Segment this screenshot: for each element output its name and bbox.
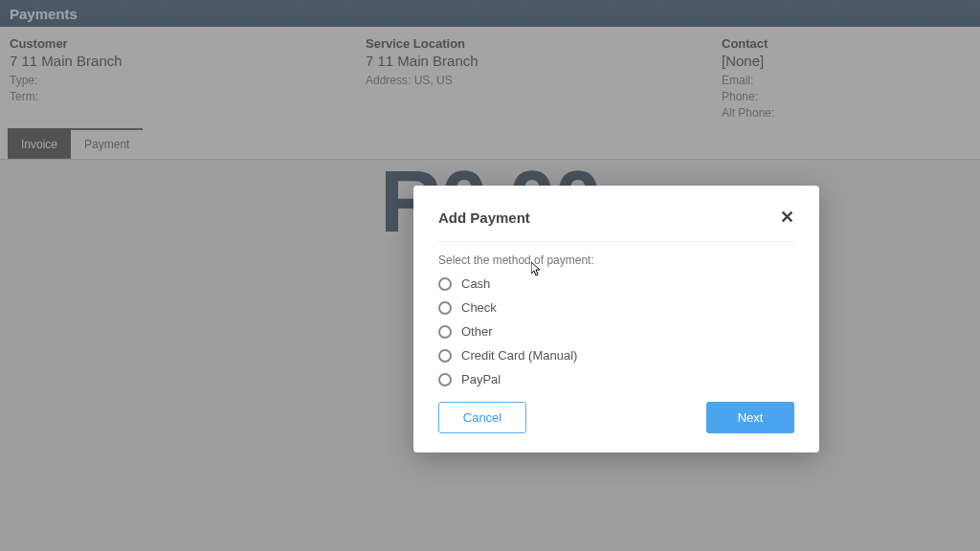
radio-icon <box>438 301 452 315</box>
option-label: Cash <box>461 276 490 291</box>
radio-icon <box>438 277 452 291</box>
payment-method-options: Cash Check Other Credit Card (Manual) Pa… <box>438 276 794 386</box>
add-payment-modal: Add Payment ✕ Select the method of payme… <box>413 186 819 452</box>
radio-icon <box>438 325 452 339</box>
option-other[interactable]: Other <box>438 324 794 339</box>
option-label: Credit Card (Manual) <box>461 348 577 363</box>
option-label: Other <box>461 324 493 339</box>
cancel-button[interactable]: Cancel <box>438 402 526 433</box>
radio-icon <box>438 373 452 386</box>
option-credit-card-manual[interactable]: Credit Card (Manual) <box>438 348 794 363</box>
modal-title: Add Payment <box>438 209 530 226</box>
radio-icon <box>438 349 452 363</box>
option-cash[interactable]: Cash <box>438 276 794 291</box>
option-check[interactable]: Check <box>438 300 794 315</box>
modal-subtitle: Select the method of payment: <box>438 253 794 267</box>
modal-header: Add Payment ✕ <box>438 207 794 242</box>
option-label: Check <box>461 300 497 315</box>
option-label: PayPal <box>461 372 501 386</box>
close-icon[interactable]: ✕ <box>780 207 794 228</box>
modal-actions: Cancel Next <box>438 402 794 433</box>
option-paypal[interactable]: PayPal <box>438 372 794 386</box>
next-button[interactable]: Next <box>706 402 794 433</box>
